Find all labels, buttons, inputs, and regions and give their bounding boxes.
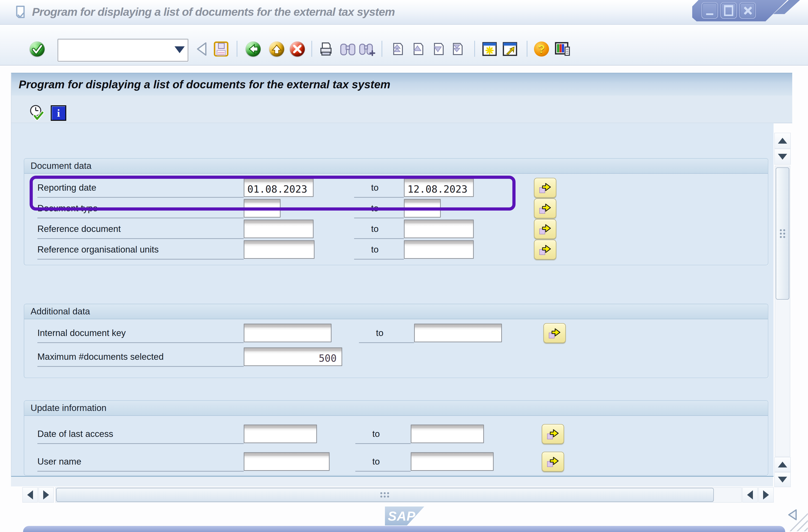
internal-document-key-to-input[interactable] <box>414 324 502 342</box>
help-button[interactable]: ? <box>534 39 549 59</box>
minimize-icon <box>706 13 713 15</box>
underline <box>354 259 404 260</box>
exit-up-icon <box>269 41 284 57</box>
document-type-from-input[interactable] <box>244 199 280 217</box>
scroll-down-button-bottom[interactable] <box>774 472 791 487</box>
reporting-date-to-input[interactable] <box>404 178 474 197</box>
execute-button[interactable] <box>29 104 45 123</box>
command-field-input[interactable] <box>58 40 167 58</box>
scroll-left-button[interactable] <box>22 487 38 502</box>
cancel-red-icon <box>290 41 305 57</box>
print-icon <box>318 41 333 57</box>
next-page-button[interactable] <box>431 39 445 59</box>
multiple-selection-arrow-icon <box>538 222 552 236</box>
window-bottom-frame <box>23 526 785 532</box>
enter-button[interactable] <box>30 39 45 59</box>
user-name-to-input[interactable] <box>411 452 494 471</box>
multiple-selection-button[interactable] <box>544 323 566 343</box>
arrow-right-icon <box>763 490 769 499</box>
to-label: to <box>376 324 384 343</box>
exit-button[interactable] <box>269 39 284 59</box>
save-button[interactable] <box>214 39 228 59</box>
multiple-selection-button[interactable] <box>542 452 564 472</box>
underline <box>354 238 404 239</box>
sap-logo: SAP <box>385 507 424 526</box>
document-type-to-input[interactable] <box>404 199 441 217</box>
reference-org-units-to-input[interactable] <box>404 240 474 259</box>
create-shortcut-button[interactable] <box>502 39 517 59</box>
group-title: Additional data <box>24 304 768 319</box>
arrow-left-icon <box>747 490 753 499</box>
user-name-from-input[interactable] <box>244 452 330 471</box>
date-of-last-access-from-input[interactable] <box>244 424 317 443</box>
statusbar-expand-button[interactable] <box>787 509 798 522</box>
arrow-down-icon <box>778 154 787 159</box>
close-button[interactable] <box>739 2 756 19</box>
information-icon: i <box>51 105 66 121</box>
row-reference-org-units: Reference organisational units to <box>24 240 768 259</box>
date-of-last-access-to-input[interactable] <box>411 424 484 443</box>
window-titlebar: Program for displaying a list of documen… <box>0 0 808 25</box>
customize-layout-button[interactable] <box>555 39 570 59</box>
arrow-right-icon <box>43 490 49 499</box>
minimize-button[interactable] <box>701 2 718 19</box>
command-dropdown-icon[interactable] <box>175 46 185 53</box>
to-label: to <box>372 452 380 471</box>
to-label: to <box>371 178 379 197</box>
internal-document-key-from-input[interactable] <box>244 324 332 342</box>
scroll-up-button-bottom[interactable] <box>774 457 791 472</box>
multiple-selection-button[interactable] <box>534 240 556 260</box>
field-label: Reference document <box>37 220 121 239</box>
row-internal-document-key: Internal document key to <box>24 324 768 343</box>
scroll-up-button[interactable] <box>774 133 791 149</box>
group-title: Document data <box>24 159 768 174</box>
application-toolbar: i <box>11 96 792 123</box>
last-page-button[interactable] <box>451 39 464 59</box>
multiple-selection-button[interactable] <box>534 198 556 218</box>
underline <box>355 443 411 444</box>
maximize-button[interactable] <box>720 2 737 19</box>
reporting-date-from-input[interactable] <box>244 178 314 197</box>
back-f3-button[interactable] <box>246 39 261 59</box>
information-button[interactable]: i <box>51 105 66 121</box>
scroll-left-button-right[interactable] <box>742 487 758 502</box>
previous-page-icon <box>411 41 425 57</box>
reference-document-to-input[interactable] <box>404 220 474 238</box>
window-title: Program for displaying a list of documen… <box>32 0 394 24</box>
vertical-scrollbar-thumb[interactable] <box>776 167 789 300</box>
save-icon <box>214 41 228 57</box>
maximum-documents-input[interactable] <box>244 347 342 366</box>
multiple-selection-arrow-icon <box>548 326 562 340</box>
previous-page-button[interactable] <box>411 39 425 59</box>
underline <box>354 217 404 218</box>
reference-org-units-from-input[interactable] <box>244 240 315 259</box>
page-header: Program for displaying a list of documen… <box>11 73 792 96</box>
underline <box>355 471 411 472</box>
scroll-right-button[interactable] <box>38 487 54 502</box>
horizontal-scrollbar-thumb[interactable] <box>56 488 714 502</box>
arrow-down-icon <box>778 477 787 482</box>
to-label: to <box>372 424 380 443</box>
help-icon: ? <box>534 41 549 57</box>
find-next-icon <box>359 42 376 56</box>
toolbar-separator <box>474 41 475 57</box>
group-title: Update information <box>24 401 768 416</box>
scroll-right-button-right[interactable] <box>758 487 774 502</box>
first-page-button[interactable] <box>391 39 404 59</box>
new-session-button[interactable] <box>482 39 497 59</box>
arrow-up-icon <box>778 462 787 468</box>
multiple-selection-button[interactable] <box>534 178 556 198</box>
reference-document-from-input[interactable] <box>244 220 314 238</box>
cancel-button[interactable] <box>290 39 305 59</box>
find-next-button[interactable] <box>359 39 376 59</box>
arrow-left-icon <box>27 490 33 499</box>
find-button[interactable] <box>340 39 356 59</box>
back-button[interactable] <box>196 39 208 59</box>
multiple-selection-button[interactable] <box>534 219 556 239</box>
customize-layout-icon <box>555 42 570 56</box>
scroll-down-button[interactable] <box>774 149 791 165</box>
row-user-name: User name to <box>24 452 768 471</box>
print-button[interactable] <box>318 39 333 59</box>
to-label: to <box>371 220 379 239</box>
multiple-selection-button[interactable] <box>542 424 564 444</box>
